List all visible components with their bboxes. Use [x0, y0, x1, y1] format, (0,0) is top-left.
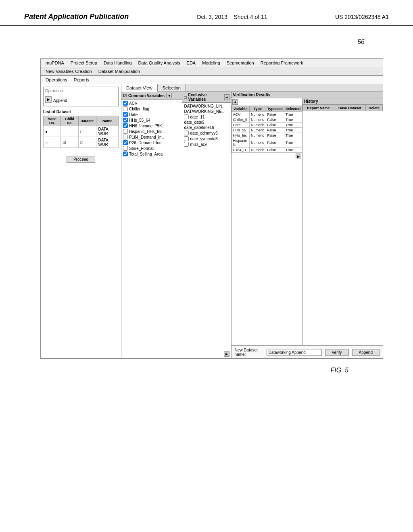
verify-header: Verification Results — [232, 92, 383, 98]
vr-chiller-selected: True — [284, 117, 302, 123]
exclusive-vars-list: DATAWORKING_LIN.. DATAWORKING_NE.. date_… — [182, 103, 231, 349]
vr-hhs55-type: Numeric — [250, 128, 266, 133]
menu-data-handling[interactable]: Data Handling — [100, 60, 135, 66]
append-button[interactable]: Append — [352, 349, 380, 356]
row1-dataset: □ — [79, 126, 96, 137]
menu-mupdna[interactable]: muPDNA — [42, 60, 67, 66]
menu-modeling[interactable]: Modeling — [199, 60, 223, 66]
table-row: ○ ☑ □ DATA WOR — [44, 137, 119, 148]
col-base: Base Da. — [44, 116, 61, 126]
menu-bar: muPDNA Project Setup Data Handling Data … — [41, 59, 383, 67]
vr-chiller-typecast: False — [266, 117, 284, 123]
excl-var-date11: date_11 — [183, 114, 230, 120]
var-hh6-income: HH6_Income_75K.. — [122, 123, 181, 129]
var-totalselling-checkbox[interactable] — [123, 152, 128, 156]
history-table: Report Name Base Dataset Delete — [302, 105, 383, 111]
var-p26-checkbox[interactable] — [123, 140, 128, 145]
left-panel: Operation ▶ Append List of Dataset Base … — [41, 84, 121, 358]
dataset-section: List of Dataset Base Da. Child Da. Datas… — [43, 110, 119, 148]
var-store-format: Store_Format — [122, 145, 181, 151]
excl-var-miss-acv: miss_acv — [183, 141, 230, 147]
var-hh6income-checkbox[interactable] — [123, 123, 128, 128]
hist-col-report: Report Name — [303, 105, 334, 111]
verify-col-variable: Variable — [232, 106, 250, 112]
verify-col-type: Type — [250, 106, 266, 112]
excl-var-date-datetime16: date_datetime16 — [183, 125, 230, 130]
new-dataset-label: New Dataset name: — [235, 348, 263, 357]
row1-name: DATA WOR — [96, 126, 119, 137]
menu-eda[interactable]: EDA — [184, 60, 199, 66]
var-acv-checkbox[interactable] — [123, 101, 128, 106]
exclusive-vars-header: □ Exclusive Variables ◄ — [182, 92, 231, 103]
var-date: Date — [122, 112, 181, 117]
new-dataset-input[interactable] — [267, 349, 322, 356]
sub-menu-bar: New Variables Creation Dataset Manipulat… — [41, 67, 383, 76]
menu-project-setup[interactable]: Project Setup — [67, 60, 100, 66]
common-vars-header: ☑ Common Variables ◄ — [121, 92, 182, 100]
operation-nav-arrow[interactable]: ▶ — [45, 96, 52, 103]
table-row: P184_D Numeric False True — [232, 148, 302, 153]
vr-date-var: Date — [232, 123, 250, 128]
verify-right-arrow[interactable]: ▶ — [296, 154, 301, 159]
vr-date-type: Numeric — [250, 123, 266, 128]
vr-hispanic-selected: True — [284, 138, 302, 148]
ops-operations[interactable]: Operations — [42, 77, 71, 83]
verify-left-arrow[interactable]: ◄ — [232, 99, 238, 105]
tab-dataset-view[interactable]: Dataset View — [121, 84, 158, 92]
excl-missacv-checkbox[interactable] — [184, 142, 189, 147]
history-header: History — [302, 98, 383, 105]
vr-p184-type: Numeric — [250, 148, 266, 153]
dataset-table: Base Da. Child Da. Dataset. Name ● □ — [43, 116, 119, 148]
menu-data-quality[interactable]: Data Quality Analysis — [135, 60, 184, 66]
vr-p184-var: P184_D — [232, 148, 250, 153]
var-acv: ACV — [122, 100, 181, 106]
reference-number: 56 — [357, 38, 365, 46]
excl-var-date-date9: date_date9 — [183, 120, 230, 125]
vr-hhs55-var: HHs_55 — [232, 128, 250, 133]
verify-button[interactable]: Verify — [325, 349, 349, 356]
vr-hhs55-selected: True — [284, 128, 302, 133]
history-panel: History Report Name Base Dataset Delete — [302, 98, 383, 345]
operation-group: Operation ▶ Append — [43, 87, 119, 106]
var-hhs-55-64: HHs_55_64 — [122, 117, 181, 123]
var-date-checkbox[interactable] — [123, 112, 128, 117]
var-store-checkbox[interactable] — [123, 146, 128, 151]
menu-reporting[interactable]: Reporting Framework — [257, 60, 307, 66]
excl-ddmmyy6-checkbox[interactable] — [184, 131, 189, 135]
ops-reports[interactable]: Reports — [71, 77, 93, 83]
col-dataset: Dataset. — [79, 116, 96, 126]
var-hispanic-checkbox[interactable] — [123, 129, 128, 134]
var-hhs5564-checkbox[interactable] — [123, 118, 128, 123]
var-hispanic: Hispanic_HHs_Ind.. — [122, 129, 181, 134]
exclusive-vars-bottom-arrow[interactable]: ▶ — [224, 351, 229, 357]
right-panel: Dataset View Selection ☑ Common Variable… — [121, 84, 383, 358]
common-vars-arrow[interactable]: ◄ — [166, 93, 172, 98]
exclusive-vars-arrow[interactable]: ◄ — [224, 94, 229, 100]
table-row: HHs_Inc Numeric False True — [232, 133, 302, 138]
var-chiller-flag: Chiller_flag — [122, 106, 181, 112]
menu-segmentation[interactable]: Segmentation — [223, 60, 257, 66]
submenu-new-vars[interactable]: New Variables Creation — [42, 68, 95, 75]
variables-area: ☑ Common Variables ◄ ACV Chiller_fl — [121, 92, 383, 358]
tabs-row: Dataset View Selection — [121, 84, 383, 92]
verify-table: Variable Type Typecast Selected — [232, 106, 302, 153]
tab-selection[interactable]: Selection — [158, 84, 186, 91]
excl-yymmdd8-checkbox[interactable] — [184, 136, 189, 141]
exclusive-vars-label: Exclusive Variables — [188, 93, 222, 102]
submenu-dataset-manip[interactable]: Dataset Manipulation — [95, 68, 143, 75]
vr-p184-selected: True — [284, 148, 302, 153]
var-chiller-checkbox[interactable] — [123, 106, 128, 111]
excl-var-date-yymmdd8: date_yymmdd8 — [183, 136, 230, 141]
var-p26-demand: P26_Demand_Ind.. — [122, 140, 181, 145]
proceed-button[interactable]: Proceed — [67, 156, 95, 163]
common-vars-list: ACV Chiller_flag Date — [121, 100, 182, 358]
vr-acv-typecast: False — [266, 112, 284, 117]
excl-date11-checkbox[interactable] — [184, 114, 189, 119]
vr-p184-typecast: False — [266, 148, 284, 153]
hist-col-base: Base Dataset — [334, 105, 365, 111]
table-row: Chiller_fI Numeric False True — [232, 117, 302, 123]
vr-hhsinc-selected: True — [284, 133, 302, 138]
var-p184-checkbox[interactable] — [123, 135, 128, 139]
vr-hhsinc-type: Numeric — [250, 133, 266, 138]
ops-bar: Operations Reports — [41, 76, 383, 84]
